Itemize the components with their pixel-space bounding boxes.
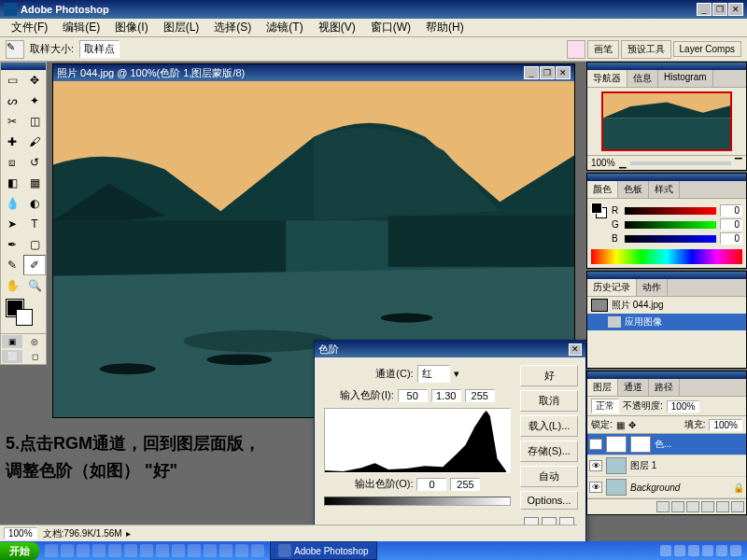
tab-styles[interactable]: 样式: [649, 181, 680, 198]
stamp-tool[interactable]: ⧇: [1, 152, 23, 173]
eyedropper-tool[interactable]: ✐: [23, 255, 46, 275]
input-white-field[interactable]: [465, 389, 495, 402]
move-tool[interactable]: ✥: [23, 70, 46, 91]
eraser-tool[interactable]: ◧: [1, 173, 23, 193]
brush-tool[interactable]: 🖌: [23, 132, 46, 152]
tab-brushes[interactable]: 画笔: [587, 40, 619, 59]
save-button[interactable]: 存储(S)...: [520, 441, 578, 462]
b-slider[interactable]: [625, 235, 716, 243]
heal-tool[interactable]: ✚: [1, 132, 23, 152]
input-gamma-field[interactable]: [431, 389, 461, 402]
document-titlebar[interactable]: 照片 044.jpg @ 100%(色阶 1,图层蒙版/8) _ ❐ ✕: [53, 64, 574, 81]
shape-tool[interactable]: ▢: [23, 234, 46, 255]
tab-swatches[interactable]: 色板: [618, 181, 649, 198]
screen-standard[interactable]: ⬜: [1, 349, 23, 364]
quicklaunch-icon[interactable]: [92, 544, 106, 557]
levels-titlebar[interactable]: 色阶 ✕: [315, 341, 585, 357]
channel-select[interactable]: 红: [417, 365, 450, 383]
quicklaunch-icon[interactable]: [204, 544, 217, 557]
tab-tool-presets[interactable]: 预设工具: [621, 40, 671, 59]
menu-help[interactable]: 帮助(H): [418, 18, 472, 37]
menu-view[interactable]: 视图(V): [311, 18, 363, 37]
blend-mode-select[interactable]: 正常: [591, 399, 619, 413]
layer-levels-adjustment[interactable]: 👁 ◐ 色...: [587, 434, 746, 455]
notes-tool[interactable]: ✎: [1, 255, 23, 275]
g-slider[interactable]: [625, 221, 716, 229]
output-gradient[interactable]: [324, 497, 511, 506]
brush-preset-icon[interactable]: [567, 40, 585, 59]
standard-mode[interactable]: ▣: [1, 334, 23, 349]
cancel-button[interactable]: 取消: [520, 390, 578, 412]
tray-icon[interactable]: [702, 545, 713, 556]
color-mini-swatch[interactable]: [591, 203, 608, 219]
history-brush-tool[interactable]: ↺: [23, 152, 46, 173]
quicklaunch-icon[interactable]: [108, 544, 121, 557]
doc-close[interactable]: ✕: [556, 66, 571, 79]
type-tool[interactable]: T: [23, 214, 46, 234]
tab-actions[interactable]: 动作: [637, 279, 668, 296]
gradient-tool[interactable]: ▦: [23, 173, 46, 193]
slice-tool[interactable]: ◫: [23, 111, 46, 132]
quicklaunch-icon[interactable]: [251, 544, 264, 557]
crop-tool[interactable]: ✂: [1, 111, 23, 132]
visibility-icon[interactable]: 👁: [589, 439, 602, 450]
status-zoom[interactable]: 100%: [4, 527, 37, 539]
blur-tool[interactable]: 💧: [1, 193, 23, 214]
ok-button[interactable]: 好: [520, 365, 578, 386]
spectrum-picker[interactable]: [591, 249, 742, 264]
hand-tool[interactable]: ✋: [1, 275, 23, 296]
r-slider[interactable]: [625, 207, 716, 215]
quicklaunch-icon[interactable]: [77, 544, 90, 557]
current-tool-icon[interactable]: ✎: [6, 40, 24, 59]
fx-icon[interactable]: [656, 501, 669, 512]
tray-icon[interactable]: [660, 545, 671, 556]
lock-pixels-icon[interactable]: ▦: [616, 420, 625, 430]
menu-filter[interactable]: 滤镜(T): [259, 18, 310, 37]
tab-color[interactable]: 颜色: [587, 181, 618, 198]
history-state[interactable]: 应用图像: [587, 314, 746, 330]
pen-tool[interactable]: ✒: [1, 234, 23, 255]
menu-select[interactable]: 选择(S): [206, 18, 259, 37]
options-button[interactable]: Options...: [520, 491, 578, 510]
r-value[interactable]: 0: [720, 204, 742, 217]
menu-layer[interactable]: 图层(L): [156, 18, 207, 37]
tray-icon[interactable]: [716, 545, 727, 556]
tab-histogram[interactable]: Histogram: [658, 70, 713, 87]
dropdown-icon[interactable]: ▾: [454, 368, 459, 380]
quickmask-mode[interactable]: ◎: [23, 334, 46, 349]
g-value[interactable]: 0: [720, 218, 742, 231]
close-button[interactable]: ✕: [728, 3, 743, 16]
color-swatches[interactable]: [1, 296, 46, 333]
navigator-thumbnail[interactable]: [601, 91, 732, 151]
marquee-tool[interactable]: ▭: [1, 70, 23, 91]
taskbar-app[interactable]: Adobe Photoshop: [270, 541, 377, 560]
sample-size-select[interactable]: 取样点: [79, 40, 120, 58]
opacity-value[interactable]: 100%: [667, 400, 700, 413]
quicklaunch-icon[interactable]: [188, 544, 201, 557]
tab-layers[interactable]: 图层: [587, 379, 618, 396]
quicklaunch-icon[interactable]: [61, 544, 74, 557]
quicklaunch-icon[interactable]: [124, 544, 137, 557]
folder-icon[interactable]: [686, 501, 699, 512]
maximize-button[interactable]: ❐: [712, 3, 727, 16]
visibility-icon[interactable]: 👁: [589, 460, 602, 471]
input-black-field[interactable]: [398, 389, 428, 402]
tab-paths[interactable]: 路径: [649, 379, 680, 396]
lock-move-icon[interactable]: ✥: [628, 420, 636, 430]
menu-window[interactable]: 窗口(W): [363, 18, 418, 37]
menu-image[interactable]: 图像(I): [107, 18, 155, 37]
layer-1[interactable]: 👁 图层 1: [587, 455, 746, 477]
output-black-field[interactable]: [416, 478, 446, 491]
zoom-in-icon[interactable]: ▔: [735, 158, 742, 168]
path-tool[interactable]: ➤: [1, 214, 23, 234]
background-color[interactable]: [16, 309, 33, 326]
b-value[interactable]: 0: [720, 232, 742, 245]
history-snapshot[interactable]: 照片 044.jpg: [587, 297, 746, 314]
tab-info[interactable]: 信息: [627, 70, 658, 87]
tray-icon[interactable]: [730, 545, 741, 556]
load-button[interactable]: 载入(L)...: [520, 415, 578, 437]
adjustment-layer-icon[interactable]: [701, 501, 714, 512]
tab-layer-comps[interactable]: Layer Comps: [673, 41, 741, 57]
quicklaunch-icon[interactable]: [235, 544, 248, 557]
histogram[interactable]: [324, 408, 511, 473]
